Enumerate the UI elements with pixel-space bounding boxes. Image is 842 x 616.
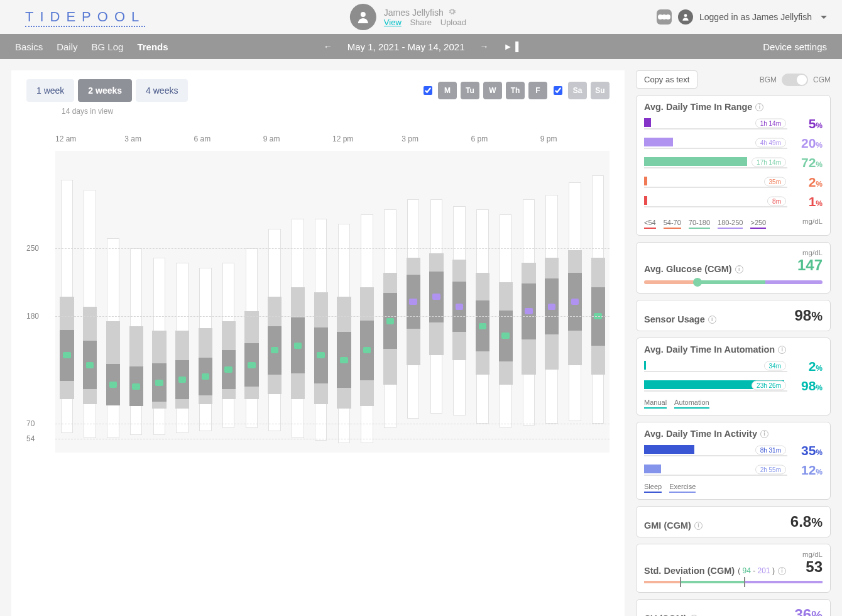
avg-glucose-value: 147 bbox=[797, 256, 823, 274]
card-avg-glucose: Avg. Glucose (CGM)i mg/dL 147 bbox=[636, 242, 831, 294]
view-link[interactable]: View bbox=[384, 18, 402, 27]
hour-slot-19[interactable] bbox=[495, 151, 517, 453]
hour-slot-23[interactable] bbox=[587, 151, 609, 453]
info-icon[interactable]: i bbox=[708, 316, 716, 324]
x-axis-labels: 12 am3 am6 am9 am12 pm3 pm6 pm9 pm bbox=[26, 135, 610, 143]
weekday-checkbox[interactable] bbox=[424, 86, 432, 95]
hour-slot-4[interactable] bbox=[148, 151, 170, 453]
info-icon[interactable]: i bbox=[735, 265, 743, 273]
hour-slot-14[interactable] bbox=[380, 151, 402, 453]
days-in-view-label: 14 days in view bbox=[62, 107, 625, 116]
toggle-bgm-label: BGM bbox=[760, 75, 777, 84]
hour-slot-2[interactable] bbox=[102, 151, 124, 453]
nav-tabs: BasicsDailyBG LogTrends bbox=[15, 41, 168, 52]
nav-tab-basics[interactable]: Basics bbox=[15, 41, 43, 52]
logged-in-label[interactable]: Logged in as James Jellyfish bbox=[699, 12, 812, 22]
day-chip-su[interactable]: Su bbox=[591, 82, 610, 99]
y-tick: 250 bbox=[26, 244, 39, 253]
share-link[interactable]: Share bbox=[410, 18, 432, 27]
bar-row: 1h 14m5% bbox=[644, 116, 823, 131]
hour-slot-16[interactable] bbox=[425, 151, 447, 453]
svg-point-0 bbox=[361, 12, 366, 17]
hour-slot-22[interactable] bbox=[564, 151, 586, 453]
info-icon[interactable]: i bbox=[778, 346, 786, 354]
info-icon[interactable]: i bbox=[778, 567, 786, 575]
hour-slot-17[interactable] bbox=[449, 151, 471, 453]
hour-slot-21[interactable] bbox=[541, 151, 563, 453]
y-tick: 54 bbox=[26, 434, 35, 443]
nav-tab-trends[interactable]: Trends bbox=[137, 41, 168, 52]
bgm-cgm-toggle[interactable] bbox=[782, 74, 808, 86]
date-latest-icon[interactable]: ►▐ bbox=[504, 41, 519, 52]
hour-slot-6[interactable] bbox=[195, 151, 217, 453]
gmi-value: 6.8% bbox=[790, 513, 823, 531]
logo[interactable]: TIDEPOOL bbox=[25, 9, 145, 25]
cv-value: 36% bbox=[795, 606, 823, 616]
y-tick: 180 bbox=[26, 312, 39, 321]
gear-icon[interactable] bbox=[448, 8, 456, 16]
bar-row: 8m1% bbox=[644, 194, 823, 209]
hour-slot-0[interactable] bbox=[56, 151, 78, 453]
bar-row: 35m2% bbox=[644, 175, 823, 190]
copy-as-text-button[interactable]: Copy as text bbox=[636, 70, 697, 89]
card-activity: Avg. Daily Time In Activityi 8h 31m35%2h… bbox=[636, 422, 831, 500]
device-settings-link[interactable]: Device settings bbox=[763, 41, 827, 52]
bar-row: 4h 49m20% bbox=[644, 136, 823, 151]
bar-row: 34m2% bbox=[644, 359, 823, 374]
day-chip-m[interactable]: M bbox=[438, 82, 457, 99]
range-btn-4-weeks[interactable]: 4 weeks bbox=[136, 79, 188, 102]
card-gmi: GMI (CGM)i 6.8% bbox=[636, 506, 831, 537]
toggle-cgm-label: CGM bbox=[813, 75, 831, 84]
card-automation: Avg. Daily Time In Automationi 34m2%23h … bbox=[636, 338, 831, 415]
hour-slot-1[interactable] bbox=[79, 151, 101, 453]
range-btn-1-week[interactable]: 1 week bbox=[26, 79, 74, 102]
weekend-checkbox[interactable] bbox=[554, 86, 562, 95]
upload-link[interactable]: Upload bbox=[440, 18, 466, 27]
day-chip-tu[interactable]: Tu bbox=[461, 82, 479, 99]
svg-point-1 bbox=[684, 14, 687, 17]
nav-tab-daily[interactable]: Daily bbox=[57, 41, 77, 52]
bar-row: 23h 26m98% bbox=[644, 378, 823, 393]
hour-slot-3[interactable] bbox=[125, 151, 147, 453]
tir-unit: mg/dL bbox=[802, 217, 823, 225]
hour-slot-20[interactable] bbox=[518, 151, 540, 453]
hour-slot-12[interactable] bbox=[333, 151, 355, 453]
patient-name: James Jellyfish bbox=[384, 8, 473, 18]
range-btn-2-weeks[interactable]: 2 weeks bbox=[78, 79, 132, 102]
user-avatar[interactable] bbox=[678, 9, 693, 25]
date-prev-icon[interactable]: ← bbox=[324, 41, 332, 52]
team-icon[interactable] bbox=[657, 9, 672, 25]
hour-slot-15[interactable] bbox=[402, 151, 424, 453]
bar-row: 2h 55m12% bbox=[644, 463, 823, 478]
info-icon[interactable]: i bbox=[694, 522, 703, 530]
caret-down-icon[interactable] bbox=[821, 16, 827, 22]
range-buttons: 1 week2 weeks4 weeks bbox=[26, 79, 188, 102]
day-chip-sa[interactable]: Sa bbox=[568, 82, 587, 99]
hour-slot-11[interactable] bbox=[310, 151, 332, 453]
sensor-usage-value: 98% bbox=[795, 307, 823, 324]
hour-slot-13[interactable] bbox=[356, 151, 378, 453]
hour-slot-9[interactable] bbox=[264, 151, 286, 453]
patient-avatar[interactable] bbox=[350, 4, 376, 30]
card-time-in-range: Avg. Daily Time In Rangei 1h 14m5%4h 49m… bbox=[636, 95, 831, 236]
bar-row: 17h 14m72% bbox=[644, 155, 823, 170]
day-chip-f[interactable]: F bbox=[528, 82, 547, 99]
hour-slot-10[interactable] bbox=[287, 151, 309, 453]
hour-slot-7[interactable] bbox=[217, 151, 239, 453]
patient-block: James Jellyfish View Share Upload bbox=[350, 4, 473, 30]
nav-tab-bg-log[interactable]: BG Log bbox=[92, 41, 124, 52]
info-icon[interactable]: i bbox=[755, 103, 763, 111]
sd-value: 53 bbox=[802, 558, 823, 576]
date-next-icon[interactable]: → bbox=[480, 41, 489, 52]
y-tick: 70 bbox=[26, 419, 35, 428]
hour-slot-18[interactable] bbox=[472, 151, 494, 453]
info-icon[interactable]: i bbox=[760, 430, 768, 438]
card-sensor-usage: Sensor Usagei 98% bbox=[636, 300, 831, 331]
day-chip-th[interactable]: Th bbox=[506, 82, 525, 99]
card-std-dev: Std. Deviation (CGM) ( 94 - 201 ) i mg/d… bbox=[636, 544, 831, 593]
hour-slot-5[interactable] bbox=[172, 151, 194, 453]
bar-row: 8h 31m35% bbox=[644, 443, 823, 458]
hour-slot-8[interactable] bbox=[241, 151, 263, 453]
day-chip-w[interactable]: W bbox=[483, 82, 502, 99]
card-cv: CV (CGM)i 36% bbox=[636, 599, 831, 616]
